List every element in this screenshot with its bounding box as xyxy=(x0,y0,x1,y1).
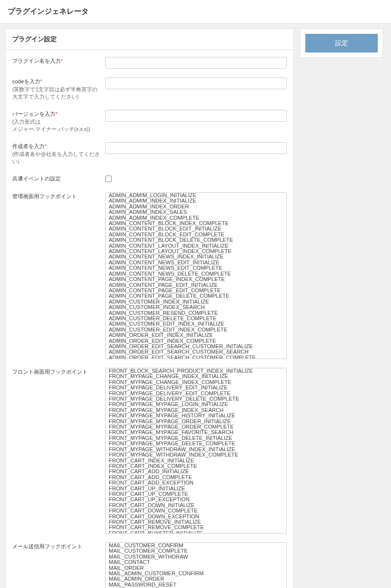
main-area: プラグイン設定 プラグイン名を入力* codeを入力* (英数字で1文字目は必ず… xyxy=(0,24,391,588)
label-plugin-name: プラグイン名を入力* xyxy=(12,57,105,65)
label-admin-hook-text: 管理画面用フックポイント xyxy=(12,193,77,199)
row-author: 作成者を入力* (作成者名や会社名を入力してください) xyxy=(12,142,287,166)
list-item[interactable]: FRONT_MYPAGE_WITHDRAW_INDEX_COMPLETE xyxy=(106,452,286,458)
list-item[interactable]: MAIL_CONTACT xyxy=(106,560,286,565)
front-hook-listbox[interactable]: FRONT_BLOCK_SEARCH_PRODUCT_INDEX_INITIAL… xyxy=(105,368,287,534)
label-plugin-name-text: プラグイン名を入力 xyxy=(12,58,61,64)
label-version: バージョンを入力* (入力形式は メジャー.マイナー.パッチ(x.x.x)) xyxy=(12,110,105,133)
label-author-hint: (作成者名や会社名を入力してください) xyxy=(12,151,101,166)
settings-button[interactable]: 設定 xyxy=(305,34,378,52)
label-code-hint: (英数字で1文字目は必ず半角英字の大文字で入力してください) xyxy=(12,86,101,102)
mail-hook-listbox[interactable]: MAIL_CUSTOMER_CONFIRMMAIL_CUSTOMER_COMPL… xyxy=(105,542,287,588)
list-item[interactable]: ADMIN_CONTENT_BLOCK_DELETE_COMPLETE xyxy=(106,237,286,243)
content-panel: プラグイン設定 プラグイン名を入力* codeを入力* (英数字で1文字目は必ず… xyxy=(5,28,294,588)
required-mark: * xyxy=(55,111,57,117)
row-version: バージョンを入力* (入力形式は メジャー.マイナー.パッチ(x.x.x)) xyxy=(12,110,287,133)
row-plugin-name: プラグイン名を入力* xyxy=(12,57,287,69)
label-mail-hook: メール送信用フックポイント xyxy=(12,542,105,551)
row-front-hook: フロント画面用フックポイント FRONT_BLOCK_SEARCH_PRODUC… xyxy=(12,368,287,534)
list-item[interactable]: FRONT_CART_DOWN_COMPLETE xyxy=(106,508,286,513)
row-common-event: 共通イベントの設定 xyxy=(12,175,287,183)
list-item[interactable]: ADMIN_ORDER_EDIT_SEARCH_CUSTOMER_COMPLET… xyxy=(106,355,286,359)
label-code-text: codeを入力 xyxy=(12,78,40,84)
page-title: プラグインジェネレータ xyxy=(8,7,383,16)
list-item[interactable]: FRONT_MYPAGE_MYPAGE_HISTORY_INITIALIZE xyxy=(106,413,286,418)
row-admin-hook: 管理画面用フックポイント ADMIN_ADMIM_LOGIN_INITIALIZ… xyxy=(12,192,287,359)
author-input[interactable] xyxy=(105,142,287,154)
list-item[interactable]: FRONT_CART_ADD_EXCEPTION xyxy=(106,480,286,486)
label-version-hint2: メジャー.マイナー.パッチ(x.x.x)) xyxy=(12,126,101,133)
required-mark: * xyxy=(61,58,63,64)
label-common-event-text: 共通イベントの設定 xyxy=(12,176,61,181)
list-item[interactable]: ADMIN_CONTENT_PAGE_DELETE_COMPLETE xyxy=(106,293,286,299)
panel-title: プラグイン設定 xyxy=(5,29,293,50)
admin-hook-listbox[interactable]: ADMIN_ADMIM_LOGIN_INITIALIZEADMIN_ADMIM_… xyxy=(105,192,287,359)
code-input[interactable] xyxy=(105,77,287,89)
row-code: codeを入力* (英数字で1文字目は必ず半角英字の大文字で入力してください) xyxy=(12,77,287,101)
label-author: 作成者を入力* (作成者名や会社名を入力してください) xyxy=(12,142,105,166)
page-header: プラグインジェネレータ xyxy=(0,0,391,24)
list-item[interactable]: ADMIN_CONTENT_PAGE_INDEX_COMPLETE xyxy=(106,277,286,282)
row-mail-hook: メール送信用フックポイント MAIL_CUSTOMER_CONFIRMMAIL_… xyxy=(12,542,287,588)
required-mark: * xyxy=(45,143,47,149)
panel-body: プラグイン名を入力* codeを入力* (英数字で1文字目は必ず半角英字の大文字… xyxy=(5,50,293,588)
side-panel: 設定 xyxy=(300,28,383,58)
label-author-text: 作成者を入力 xyxy=(12,143,45,149)
list-item[interactable]: FRONT_MYPAGE_DELIVERY_EDIT_INITIALIZE xyxy=(106,385,286,390)
list-item[interactable]: ADMIN_ORDER_EDIT_INDEX_INITIALIZE xyxy=(106,332,286,338)
common-event-checkbox[interactable] xyxy=(105,176,112,182)
label-code: codeを入力* (英数字で1文字目は必ず半角英字の大文字で入力してください) xyxy=(12,77,105,101)
list-item[interactable]: FRONT_CART_ADD_INITIALIZE xyxy=(106,469,286,474)
label-version-text: バージョンを入力 xyxy=(12,111,55,117)
list-item[interactable]: FRONT_CART_BUYSTEP_INITIALIZE xyxy=(106,531,286,534)
list-item[interactable]: ADMIN_CONTENT_NEWS_EDIT_COMPLETE xyxy=(106,265,286,271)
label-admin-hook: 管理画面用フックポイント xyxy=(12,192,105,201)
list-item[interactable]: ADMIN_CUSTOMER_INDEX_SEARCH xyxy=(106,305,286,310)
label-front-hook: フロント画面用フックポイント xyxy=(12,368,105,376)
list-item[interactable]: FRONT_MYPAGE_MYPAGE_DELETE_COMPLETE xyxy=(106,441,286,446)
label-version-hint1: (入力形式は xyxy=(12,118,101,126)
label-common-event: 共通イベントの設定 xyxy=(12,175,105,183)
label-front-hook-text: フロント画面用フックポイント xyxy=(12,369,88,375)
required-mark: * xyxy=(40,78,42,84)
label-mail-hook-text: メール送信用フックポイント xyxy=(12,543,82,549)
version-input[interactable] xyxy=(105,110,287,122)
plugin-name-input[interactable] xyxy=(105,57,287,69)
list-item[interactable]: ADMIN_ADMIM_INDEX_SALES xyxy=(106,209,286,215)
